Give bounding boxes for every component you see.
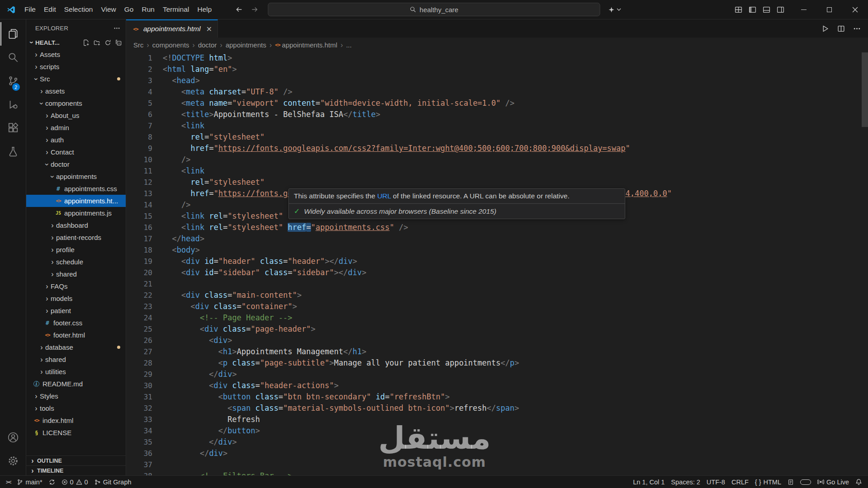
tree-item-readme-md[interactable]: iREADME.md — [26, 378, 126, 390]
menu-item-file[interactable]: File — [20, 5, 40, 14]
tree-item-shared[interactable]: ›shared — [26, 353, 126, 366]
tree-item-shared[interactable]: ›shared — [26, 268, 126, 280]
tree-item-about-us[interactable]: ›About_us — [26, 109, 126, 122]
account-icon[interactable] — [0, 426, 26, 449]
encoding-status[interactable]: UTF-8 — [703, 476, 728, 488]
url-link[interactable]: URL — [377, 192, 391, 200]
cursor-position[interactable]: Ln 1, Col 1 — [630, 476, 668, 488]
sync-button[interactable] — [46, 476, 58, 488]
tree-item-assets[interactable]: ›assets — [26, 85, 126, 97]
copilot-button[interactable] — [608, 6, 621, 13]
new-folder-icon[interactable] — [94, 39, 100, 46]
menu-item-go[interactable]: Go — [120, 5, 138, 14]
notifications-bell-icon[interactable] — [852, 476, 865, 488]
breadcrumb-item[interactable]: Src — [133, 41, 144, 49]
eol-status[interactable]: CRLF — [728, 476, 752, 488]
scrollbar-thumb[interactable] — [862, 52, 868, 127]
tree-item-styles[interactable]: ›Styles — [26, 390, 126, 402]
indentation-status[interactable]: Spaces: 2 — [668, 476, 703, 488]
tab-close-icon[interactable]: ✕ — [206, 25, 212, 33]
breadcrumb-item[interactable]: doctor — [198, 41, 217, 49]
section-outline[interactable]: ›OUTLINE — [26, 455, 126, 465]
toggle-secondary-sidebar-icon[interactable] — [777, 6, 784, 14]
tree-item-utilities[interactable]: ›utilities — [26, 366, 126, 378]
forward-arrow-icon[interactable] — [250, 6, 259, 13]
explorer-icon[interactable] — [0, 22, 26, 46]
extensions-icon[interactable] — [0, 116, 26, 140]
tree-item-schedule[interactable]: ›schedule — [26, 256, 126, 268]
git-graph-button[interactable]: Git Graph — [91, 476, 135, 488]
split-editor-icon[interactable] — [837, 25, 845, 33]
collapse-all-icon[interactable] — [115, 39, 122, 46]
tree-item-patient[interactable]: ›patient — [26, 305, 126, 317]
tree-item-admin[interactable]: ›admin — [26, 122, 126, 134]
tree-item-footer-html[interactable]: <>footer.html — [26, 329, 126, 341]
menu-item-help[interactable]: Help — [193, 5, 216, 14]
menu-item-run[interactable]: Run — [137, 5, 158, 14]
customize-layout-icon[interactable] — [735, 6, 742, 14]
go-live-button[interactable]: Go Live — [814, 476, 852, 488]
tree-item-doctor[interactable]: ›doctor — [26, 158, 126, 170]
git-branch-status[interactable]: main* — [14, 476, 45, 488]
code-editor[interactable]: 1<!DOCTYPE html>2<html lang="en">3 <head… — [126, 52, 868, 475]
breadcrumb-item[interactable]: ... — [346, 41, 352, 49]
refresh-icon[interactable] — [104, 39, 111, 46]
new-file-icon[interactable] — [83, 39, 90, 46]
problems-status[interactable]: 0 0 — [58, 476, 91, 488]
tree-item-appointments-ht-[interactable]: <>appointments.ht... — [26, 195, 126, 207]
menu-item-terminal[interactable]: Terminal — [159, 5, 193, 14]
tree-item-dashboard[interactable]: ›dashboard — [26, 219, 126, 231]
back-arrow-icon[interactable] — [235, 6, 243, 13]
editor-scrollbar[interactable] — [862, 52, 868, 475]
maximize-button[interactable] — [816, 0, 842, 19]
tree-item-faqs[interactable]: ›FAQs — [26, 280, 126, 292]
tree-item-models[interactable]: ›models — [26, 292, 126, 305]
menu-item-edit[interactable]: Edit — [40, 5, 60, 14]
run-debug-icon[interactable] — [0, 93, 26, 116]
menu-item-selection[interactable]: Selection — [60, 5, 97, 14]
tree-item-scripts[interactable]: ›scripts — [26, 61, 126, 73]
tree-item-database[interactable]: ›database — [26, 341, 126, 353]
language-mode[interactable]: { } HTML — [752, 476, 784, 488]
toggle-panel-icon[interactable] — [763, 6, 770, 14]
source-control-icon[interactable]: 2 — [0, 69, 26, 93]
search-icon[interactable] — [0, 46, 26, 69]
breadcrumb-item[interactable]: components — [152, 41, 189, 49]
tree-item-contact[interactable]: ›Contact — [26, 146, 126, 158]
tree-item-assets[interactable]: ›Assets — [26, 48, 126, 61]
tree-item-footer-css[interactable]: #footer.css — [26, 317, 126, 329]
tree-item-profile[interactable]: ›profile — [26, 244, 126, 256]
tree-item-index-html[interactable]: <>index.html — [26, 414, 126, 427]
section-timeline[interactable]: ›TIMELINE — [26, 465, 126, 475]
remote-indicator[interactable]: >< — [3, 476, 14, 488]
menu-item-view[interactable]: View — [97, 5, 120, 14]
tree-item-license[interactable]: §LICENSE — [26, 427, 126, 439]
tree-item-appointments[interactable]: ›appointments — [26, 170, 126, 183]
code-line: 35 </div> — [126, 436, 868, 448]
toggle-sidebar-icon[interactable] — [749, 6, 756, 14]
tree-item-src[interactable]: ›Src — [26, 73, 126, 85]
run-preview-icon[interactable] — [821, 25, 829, 33]
tab-appointments-html[interactable]: <> appointments.html ✕ — [126, 19, 218, 38]
minimize-button[interactable] — [791, 0, 816, 19]
settings-gear-icon[interactable] — [0, 449, 26, 473]
testing-icon[interactable] — [0, 140, 26, 163]
tree-item-tools[interactable]: ›tools — [26, 402, 126, 414]
tree-item-components[interactable]: ›components — [26, 97, 126, 109]
tree-item-patient-records[interactable]: ›patient-records — [26, 231, 126, 244]
editor-more-icon[interactable] — [853, 25, 861, 33]
close-button[interactable] — [842, 0, 868, 19]
code-line: 36 </div> — [126, 448, 868, 459]
search-input[interactable]: healthy_care — [268, 3, 600, 16]
tree-item-auth[interactable]: ›auth — [26, 134, 126, 146]
tree-item-appointments-js[interactable]: JSappointments.js — [26, 207, 126, 219]
views-more-icon[interactable] — [113, 25, 120, 32]
status-extension-icon[interactable] — [784, 476, 797, 488]
breadcrumb-item[interactable]: appointments — [226, 41, 266, 49]
status-pill-icon[interactable] — [797, 476, 814, 488]
tree-item-label: About_us — [51, 112, 79, 119]
project-section-header[interactable]: › HEALT... — [26, 37, 126, 48]
tree-item-appointments-css[interactable]: #appointments.css — [26, 183, 126, 195]
breadcrumb-item[interactable]: appointments.html — [282, 41, 338, 49]
tree-item-label: patient-records — [56, 234, 101, 241]
